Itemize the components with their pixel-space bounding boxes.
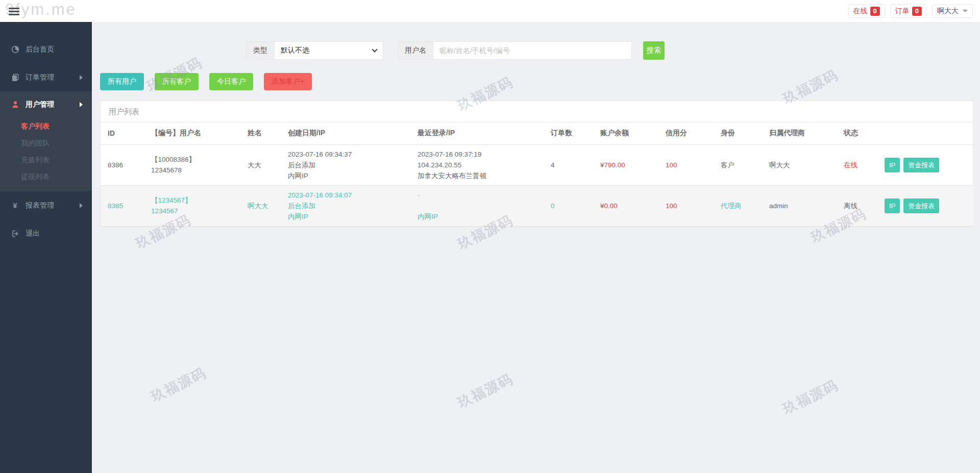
user-icon bbox=[11, 101, 19, 109]
cell-username: 【1234567】1234567 bbox=[144, 185, 240, 226]
cell-name: 大大 bbox=[240, 144, 281, 185]
sidebar-item-reports[interactable]: ¥ 报表管理 bbox=[0, 191, 92, 219]
user-list-panel: 用户列表 ID【编号】用户名姓名创建日期/IP最近登录/IP订单数账户余额信用分… bbox=[100, 101, 973, 227]
sidebar-item-dashboard[interactable]: 后台首页 bbox=[0, 35, 92, 63]
sidebar-item-my-team[interactable]: 我的团队 bbox=[0, 135, 92, 152]
user-table: ID【编号】用户名姓名创建日期/IP最近登录/IP订单数账户余额信用分身份归属代… bbox=[101, 122, 974, 227]
cell-name: 啊大大 bbox=[240, 185, 281, 226]
all-customers-button[interactable]: 所有客户 bbox=[155, 73, 199, 90]
orders-icon bbox=[11, 73, 19, 82]
username-input[interactable] bbox=[433, 41, 632, 60]
online-count-badge: 0 bbox=[870, 7, 880, 16]
cell-created: 2023-07-16 09:34:37后台添加内网IP bbox=[281, 144, 410, 185]
sidebar-label: 后台首页 bbox=[26, 45, 54, 54]
funds-report-button[interactable]: 资金报表 bbox=[903, 198, 939, 213]
order-counter-chip[interactable]: 订单 0 bbox=[890, 4, 927, 18]
column-header: 账户余额 bbox=[593, 122, 658, 144]
sidebar-item-orders[interactable]: 订单管理 bbox=[0, 63, 92, 91]
column-header: 归属代理商 bbox=[762, 122, 837, 144]
cell-balance: ¥0.00 bbox=[593, 185, 658, 226]
today-customers-button[interactable]: 今日客户 bbox=[209, 73, 253, 90]
panel-title: 用户列表 bbox=[101, 101, 973, 122]
cell-agent: admin bbox=[762, 185, 837, 226]
order-label: 订单 bbox=[895, 7, 910, 16]
chevron-right-icon bbox=[80, 75, 83, 80]
sidebar-label: 订单管理 bbox=[26, 73, 54, 82]
user-name: 啊大大 bbox=[937, 7, 959, 16]
online-counter-chip[interactable]: 在线 0 bbox=[848, 4, 885, 18]
chevron-right-icon bbox=[80, 102, 83, 107]
all-users-button[interactable]: 所有用户 bbox=[100, 73, 144, 90]
column-header: 身份 bbox=[714, 122, 762, 144]
online-label: 在线 bbox=[853, 7, 868, 16]
filter-bar: 类型 默认不选 用户名 搜索 bbox=[246, 41, 973, 60]
cell-role: 代理商 bbox=[714, 185, 762, 226]
menu-toggle-button[interactable] bbox=[9, 8, 19, 15]
chevron-down-icon bbox=[372, 46, 377, 52]
column-header: ID bbox=[101, 122, 144, 144]
sidebar-group-users: 用户管理 客户列表 我的团队 充值列表 提现列表 bbox=[0, 91, 92, 191]
cell-role: 客户 bbox=[714, 144, 762, 185]
sidebar-item-withdraw-list[interactable]: 提现列表 bbox=[0, 168, 92, 185]
column-header: 【编号】用户名 bbox=[144, 122, 240, 144]
sidebar-item-logout[interactable]: 退出 bbox=[0, 219, 92, 247]
cell-last-login: - 内网IP bbox=[410, 185, 544, 226]
top-bar: 9fym.me 在线 0 订单 0 啊大大 bbox=[0, 0, 980, 22]
logout-icon bbox=[11, 230, 19, 238]
column-header: 创建日期/IP bbox=[281, 122, 410, 144]
column-header: 状态 bbox=[837, 122, 877, 144]
column-header: 最近登录/IP bbox=[410, 122, 544, 144]
chevron-down-icon bbox=[963, 10, 968, 12]
column-header: 姓名 bbox=[240, 122, 281, 144]
username-label: 用户名 bbox=[398, 41, 433, 60]
sidebar: 后台首页 订单管理 用户管理 客户列表 我的团队 充值列表 提现列表 bbox=[0, 22, 92, 473]
column-header bbox=[877, 122, 974, 144]
cell-credit: 100 bbox=[658, 185, 714, 226]
ip-button[interactable]: IP bbox=[885, 198, 900, 213]
sidebar-item-recharge-list[interactable]: 充值列表 bbox=[0, 152, 92, 168]
cell-last-login: 2023-07-16 09:37:19104.234.20.55加拿大安大略布兰… bbox=[410, 144, 544, 185]
cell-status: 离线 bbox=[837, 185, 877, 226]
yen-icon: ¥ bbox=[11, 201, 19, 210]
table-header-row: ID【编号】用户名姓名创建日期/IP最近登录/IP订单数账户余额信用分身份归属代… bbox=[101, 122, 974, 144]
cell-username: 【10008386】12345678 bbox=[144, 144, 240, 185]
cell-id: 8386 bbox=[101, 144, 144, 185]
cell-orders: 4 bbox=[544, 144, 593, 185]
cell-orders: 0 bbox=[544, 185, 593, 226]
sidebar-label: 用户管理 bbox=[26, 100, 54, 109]
cell-status: 在线 bbox=[837, 144, 877, 185]
order-count-badge: 0 bbox=[912, 7, 922, 16]
cell-id: 8385 bbox=[101, 185, 144, 226]
cell-actions: IP资金报表 bbox=[877, 144, 974, 185]
cell-balance: ¥790.00 bbox=[593, 144, 658, 185]
main-content: 类型 默认不选 用户名 搜索 所有用户 所有客户 今日客户 添加客户+ 用户列表 bbox=[92, 22, 980, 473]
funds-report-button[interactable]: 资金报表 bbox=[903, 158, 939, 172]
table-row: 8385【1234567】1234567啊大大2023-07-16 09:34:… bbox=[101, 185, 974, 226]
sidebar-item-customer-list[interactable]: 客户列表 bbox=[0, 118, 92, 135]
type-select[interactable]: 默认不选 bbox=[274, 41, 383, 60]
cell-agent: 啊大大 bbox=[762, 144, 837, 185]
sidebar-item-users[interactable]: 用户管理 bbox=[0, 91, 92, 118]
search-button[interactable]: 搜索 bbox=[643, 41, 665, 60]
cell-credit: 100 bbox=[658, 144, 714, 185]
user-menu-dropdown[interactable]: 啊大大 bbox=[932, 4, 973, 18]
column-header: 信用分 bbox=[658, 122, 714, 144]
quick-actions: 所有用户 所有客户 今日客户 添加客户+ bbox=[100, 73, 973, 90]
table-row: 8386【10008386】12345678大大2023-07-16 09:34… bbox=[101, 144, 974, 185]
chevron-right-icon bbox=[80, 203, 83, 208]
column-header: 订单数 bbox=[544, 122, 593, 144]
sidebar-label: 退出 bbox=[26, 229, 40, 238]
dashboard-icon bbox=[11, 45, 19, 54]
sidebar-label: 报表管理 bbox=[26, 201, 54, 210]
cell-actions: IP资金报表 bbox=[877, 185, 974, 226]
type-label: 类型 bbox=[246, 41, 274, 60]
cell-created: 2023-07-16 09:34:07后台添加内网IP bbox=[281, 185, 410, 226]
ip-button[interactable]: IP bbox=[885, 158, 900, 172]
type-select-value: 默认不选 bbox=[281, 46, 309, 55]
add-customer-button[interactable]: 添加客户+ bbox=[264, 73, 312, 90]
